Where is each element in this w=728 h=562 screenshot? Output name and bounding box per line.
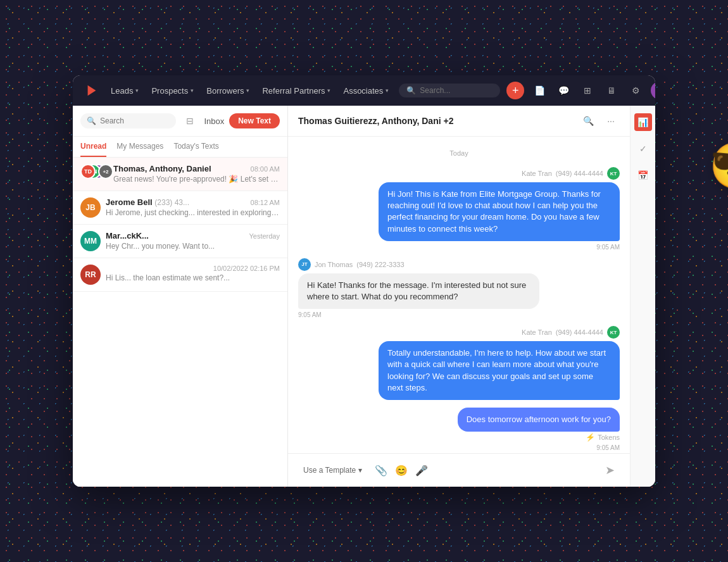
main-content: 🔍 ⊟ Inbox New Text Unread My Messages To… <box>73 106 655 487</box>
avatar: JB <box>80 197 101 218</box>
documents-icon[interactable]: 📄 <box>530 82 548 99</box>
nav-prospects[interactable]: Prospects ▾ <box>146 84 199 98</box>
chat-header-actions: 🔍 ··· <box>579 112 620 130</box>
avatar: RR <box>80 265 101 285</box>
tasks-sidebar-icon[interactable]: ✓ <box>634 140 652 158</box>
message-row: Kate Tran (949) 444-4444 KT Hi Jon! This… <box>379 167 620 251</box>
settings-icon[interactable]: ⚙ <box>627 82 644 99</box>
conversation-time: 10/02/2022 02:16 PM <box>213 265 280 272</box>
search-icon: 🔍 <box>87 116 96 125</box>
attachment-icon[interactable]: 📎 <box>373 463 389 478</box>
nav-menu: Leads ▾ Prospects ▾ Borrowers ▾ Referral… <box>106 84 394 98</box>
conversation-preview: Hey Chr... you money. Want to... <box>106 242 280 251</box>
filter-icon[interactable]: ⊟ <box>181 112 199 130</box>
message-bubble: Hi Jon! This is Kate from Elite Mortgage… <box>379 182 620 241</box>
tab-unread[interactable]: Unread <box>80 137 106 157</box>
message-time: 9:05 AM <box>596 244 620 251</box>
chevron-down-icon: ▾ <box>358 466 362 475</box>
conversation-body: Thomas, Anthony, Daniel 08:00 AM Great n… <box>113 164 280 184</box>
message-sender-info: Kate Tran (949) 444-4444 KT <box>522 326 620 339</box>
chat-input-area: Use a Template ▾ 📎 😊 🎤 ➤ <box>288 453 630 487</box>
conversation-preview: Great news! You're pre-approved! 🎉 Let's… <box>113 175 280 184</box>
tab-my-messages[interactable]: My Messages <box>116 137 163 157</box>
message-sender-info: JT Jon Thomas (949) 222-3333 <box>298 258 405 271</box>
grid-icon[interactable]: ⊞ <box>579 82 596 99</box>
nav-borrowers[interactable]: Borrowers ▾ <box>201 84 254 98</box>
conversation-top: 10/02/2022 02:16 PM <box>106 265 280 272</box>
send-button[interactable]: ➤ <box>599 460 620 480</box>
conversation-search-input[interactable] <box>100 116 170 125</box>
video-icon[interactable]: 🖥 <box>603 82 620 99</box>
chevron-down-icon: ▾ <box>386 87 389 94</box>
calendar-sidebar-icon[interactable]: 📅 <box>634 166 652 184</box>
conversation-preview: Hi Jerome, just checking... interested i… <box>106 208 280 217</box>
conversation-time: 08:12 AM <box>251 199 280 206</box>
global-search[interactable]: 🔍 <box>399 84 500 97</box>
avatar: MM <box>80 231 101 251</box>
message-sender-info: Kate Tran (949) 444-4444 KT <box>522 167 620 180</box>
avatar: KT <box>607 326 620 339</box>
avatar-badge: +2 <box>98 164 113 179</box>
nav-referral-partners[interactable]: Referral Partners ▾ <box>257 84 336 98</box>
list-item[interactable]: TD AN DE +2 Thomas, Anthony, Daniel 08:0… <box>73 158 287 191</box>
tokens-row: ⚡ Tokens <box>586 433 620 442</box>
more-options-icon[interactable]: ··· <box>602 112 620 130</box>
message-row: JT Jon Thomas (949) 222-3333 Hi Kate! Th… <box>298 258 539 318</box>
use-template-button[interactable]: Use a Template ▾ <box>298 463 367 477</box>
microphone-icon[interactable]: 🎤 <box>414 463 429 478</box>
new-text-button[interactable]: New Text <box>229 113 280 128</box>
analytics-sidebar-icon[interactable]: 📊 <box>634 113 652 131</box>
conversation-name: Jerome Bell (233) 43... <box>106 197 189 207</box>
search-messages-icon[interactable]: 🔍 <box>579 112 597 130</box>
input-icons: 📎 😊 🎤 <box>373 463 429 478</box>
logo[interactable] <box>83 82 101 99</box>
inbox-label: Inbox <box>204 116 224 126</box>
message-bubble: Hi Kate! Thanks for the message. I'm int… <box>298 273 539 309</box>
chevron-down-icon: ▾ <box>246 87 249 94</box>
avatar-group: TD AN DE +2 <box>80 164 108 184</box>
right-sidebar: 📊 ✓ 📅 <box>630 106 655 487</box>
global-search-input[interactable] <box>420 86 493 95</box>
chevron-down-icon: ▾ <box>135 87 139 94</box>
chat-title: Thomas Guitierezz, Anthony, Dani +2 <box>298 116 453 126</box>
avatar: KT <box>607 167 620 180</box>
panel-header: 🔍 ⊟ Inbox New Text <box>73 106 287 137</box>
conversation-body: Mar...ckK... Yesterday Hey Chr... you mo… <box>106 231 280 251</box>
emoji-icon[interactable]: 😊 <box>394 463 409 478</box>
conversation-time: 08:00 AM <box>251 165 280 173</box>
conversation-name: Mar...ckK... <box>106 231 149 240</box>
search-icon: 🔍 <box>406 86 416 95</box>
list-item[interactable]: RR 10/02/2022 02:16 PM Hi Lis... the loa… <box>73 258 287 292</box>
nav-associates[interactable]: Associates ▾ <box>338 84 394 98</box>
nav-leads[interactable]: Leads ▾ <box>106 84 144 98</box>
message-time: 9:05 AM <box>596 444 620 451</box>
chat-messages: Today Kate Tran (949) 444-4444 KT Hi Jon… <box>288 137 630 453</box>
avatar: JT <box>298 258 311 271</box>
message-bubble: Does tomorrow afternoon work for you? <box>458 408 620 432</box>
chat-header: Thomas Guitierezz, Anthony, Dani +2 🔍 ··… <box>288 106 630 137</box>
message-row: Kate Tran (949) 444-4444 KT Totally unde… <box>379 326 620 400</box>
message-row: Does tomorrow afternoon work for you? ⚡ … <box>458 408 620 451</box>
conversation-top: Thomas, Anthony, Daniel 08:00 AM <box>113 164 280 173</box>
message-bubble: Totally understandable, I'm here to help… <box>379 341 620 400</box>
top-nav: Leads ▾ Prospects ▾ Borrowers ▾ Referral… <box>73 75 655 106</box>
svg-marker-0 <box>88 85 96 96</box>
list-item[interactable]: JB Jerome Bell (233) 43... 08:12 AM Hi J… <box>73 191 287 225</box>
avatar: TD <box>80 164 96 179</box>
list-item[interactable]: MM Mar...ckK... Yesterday Hey Chr... you… <box>73 225 287 258</box>
tab-todays-texts[interactable]: Today's Texts <box>173 137 218 157</box>
conversation-top: Jerome Bell (233) 43... 08:12 AM <box>106 197 280 207</box>
left-panel: 🔍 ⊟ Inbox New Text Unread My Messages To… <box>73 106 288 487</box>
chat-panel: Thomas Guitierezz, Anthony, Dani +2 🔍 ··… <box>288 106 630 487</box>
conversation-preview: Hi Lis... the loan estimate we sent?... <box>106 273 280 282</box>
chat-icon[interactable]: 💬 <box>555 82 572 99</box>
conversation-list: TD AN DE +2 Thomas, Anthony, Daniel 08:0… <box>73 158 287 487</box>
chevron-down-icon: ▾ <box>327 87 330 94</box>
chat-input-row: Use a Template ▾ 📎 😊 🎤 ➤ <box>298 460 620 480</box>
add-button[interactable]: + <box>506 82 524 99</box>
conversation-body: 10/02/2022 02:16 PM Hi Lis... the loan e… <box>106 265 280 282</box>
conversation-name: Thomas, Anthony, Daniel <box>113 164 211 173</box>
user-avatar[interactable]: 👤 <box>651 82 655 99</box>
conversation-search[interactable]: 🔍 <box>80 113 176 128</box>
conversation-time: Yesterday <box>249 232 280 240</box>
